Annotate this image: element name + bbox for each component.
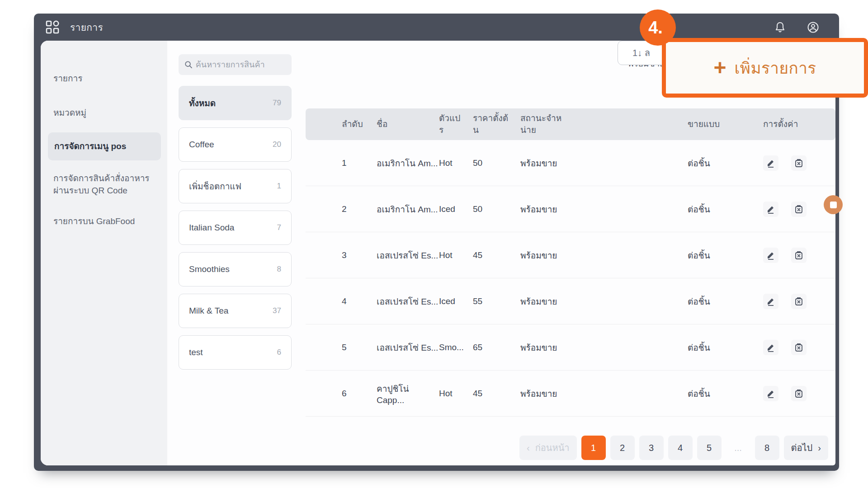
- category-label: Coffee: [189, 140, 214, 150]
- cell-ordinal: 2: [306, 204, 377, 214]
- header-sale-status: สถานะจำหน่าย: [520, 113, 688, 136]
- sidebar-item-qr-order[interactable]: การจัดการสินค้าสั่งอาหารผ่านระบบ QR Code: [53, 172, 158, 197]
- header-settings: การตั้งค่า: [763, 118, 835, 130]
- header-name: ชื่อ: [377, 118, 439, 130]
- cell-price: 45: [473, 250, 520, 260]
- cell-variant: Iced: [439, 296, 473, 306]
- category-count: 7: [277, 223, 281, 232]
- step-badge: 4.: [640, 9, 676, 46]
- sidebar-item-grabfood[interactable]: รายการบน GrabFood: [53, 215, 158, 228]
- pagination-page-3[interactable]: 3: [639, 436, 664, 460]
- floating-handle[interactable]: [824, 195, 843, 214]
- search-input[interactable]: [196, 60, 286, 70]
- cell-variant: Hot: [439, 158, 473, 168]
- category-count: 1: [277, 182, 281, 191]
- category-card-italian-soda[interactable]: Italian Soda 7: [179, 211, 292, 245]
- products-table: ลำดับ ชื่อ ตัวแปร ราคาตั้งต้น สถานะจำหน่…: [306, 108, 835, 417]
- cell-sale-type: ต่อชิ้น: [688, 249, 763, 262]
- cell-status: พร้อมขาย: [520, 295, 688, 308]
- cell-ordinal: 3: [306, 250, 377, 260]
- pagination: ‹ ก่อนหน้า 1 2 3 4 5 ... 8 ต่อไป ›: [519, 436, 828, 460]
- cell-variant: Hot: [439, 250, 473, 260]
- category-label: เพิ่มช็อตกาแฟ: [189, 179, 241, 193]
- category-card-coffee[interactable]: Coffee 20: [179, 127, 292, 162]
- pagination-ellipsis: ...: [726, 436, 750, 460]
- plus-icon: +: [713, 57, 726, 79]
- edit-button[interactable]: [763, 294, 778, 309]
- cell-sale-type: ต่อชิ้น: [688, 156, 763, 170]
- cell-name: เอสเปรสโซ่ Es...: [377, 249, 439, 262]
- category-card-all[interactable]: ทั้งหมด 79: [179, 86, 292, 120]
- table-row: 6 คาปูชิโน่ Capp... Hot 45 พร้อมขาย ต่อช…: [306, 371, 835, 417]
- chevron-right-icon: ›: [818, 443, 821, 453]
- add-item-button[interactable]: เพิ่มรายการ: [734, 56, 816, 80]
- cell-sale-type: ต่อชิ้น: [688, 202, 763, 216]
- delete-button[interactable]: [791, 340, 807, 355]
- pagination-page-8[interactable]: 8: [755, 436, 779, 460]
- table-row: 1 อเมริกาโน Am... Hot 50 พร้อมขาย ต่อชิ้…: [306, 140, 835, 186]
- edit-button[interactable]: [763, 202, 778, 217]
- search-box: [179, 54, 292, 75]
- category-label: Milk & Tea: [189, 306, 228, 316]
- edit-button[interactable]: [763, 248, 778, 263]
- sidebar-item-categories[interactable]: หมวดหมู่: [53, 107, 158, 119]
- cell-ordinal: 4: [306, 296, 377, 306]
- delete-button[interactable]: [791, 155, 807, 171]
- search-icon: [184, 60, 193, 69]
- cell-name: คาปูชิโน่ Capp...: [377, 382, 439, 405]
- delete-button[interactable]: [791, 386, 807, 401]
- sidebar-item-items[interactable]: รายการ: [53, 72, 158, 85]
- category-card-test[interactable]: test 6: [179, 335, 292, 370]
- table-header-row: ลำดับ ชื่อ ตัวแปร ราคาตั้งต้น สถานะจำหน่…: [306, 108, 835, 140]
- content-area: รายการ หมวดหมู่ การจัดการเมนู pos การจัด…: [41, 41, 835, 465]
- edit-button[interactable]: [763, 155, 778, 171]
- cell-status: พร้อมขาย: [520, 249, 688, 262]
- edit-button[interactable]: [763, 386, 778, 401]
- topbar: รายการ: [34, 14, 839, 41]
- category-count: 20: [273, 140, 281, 149]
- category-count: 6: [277, 348, 281, 357]
- cell-name: เอสเปรสโซ่ Es...: [377, 341, 439, 354]
- pagination-page-2[interactable]: 2: [610, 436, 635, 460]
- profile-icon[interactable]: [807, 21, 819, 33]
- cell-name: อเมริกาโน Am...: [377, 156, 439, 170]
- table-row: 5 เอสเปรสโซ่ Es... Smo... 65 พร้อมขาย ต่…: [306, 324, 835, 371]
- category-card-extra-shot[interactable]: เพิ่มช็อตกาแฟ 1: [179, 169, 292, 203]
- header-sale-type: ขายแบบ: [688, 118, 763, 130]
- cell-price: 50: [473, 158, 520, 168]
- floating-handle-square: [830, 202, 837, 208]
- sidebar-item-pos-menu[interactable]: การจัดการเมนู pos: [48, 132, 161, 160]
- edit-button[interactable]: [763, 340, 778, 355]
- category-count: 8: [277, 265, 281, 274]
- table-row: 4 เอสเปรสโซ่ Es... Iced 55 พร้อมขาย ต่อช…: [306, 278, 835, 324]
- cell-variant: Iced: [439, 204, 473, 214]
- cell-sale-type: ต่อชิ้น: [688, 341, 763, 354]
- table-row: 2 อเมริกาโน Am... Iced 50 พร้อมขาย ต่อชิ…: [306, 186, 835, 232]
- pagination-page-4[interactable]: 4: [668, 436, 693, 460]
- pagination-page-1[interactable]: 1: [581, 436, 606, 460]
- category-label: Italian Soda: [189, 223, 234, 233]
- cell-ordinal: 5: [306, 343, 377, 352]
- notification-bell-icon[interactable]: [774, 21, 786, 33]
- apps-grid-icon[interactable]: [46, 20, 59, 34]
- category-card-milk-tea[interactable]: Milk & Tea 37: [179, 294, 292, 328]
- category-label: ทั้งหมด: [189, 96, 216, 110]
- cell-sale-type: ต่อชิ้น: [688, 295, 763, 308]
- delete-button[interactable]: [791, 248, 807, 263]
- header-base-price: ราคาตั้งต้น: [473, 113, 520, 136]
- delete-button[interactable]: [791, 294, 807, 309]
- page-title: รายการ: [70, 20, 103, 35]
- category-card-smoothies[interactable]: Smoothies 8: [179, 252, 292, 286]
- cell-ordinal: 1: [306, 158, 377, 168]
- category-label: Smoothies: [189, 264, 230, 274]
- pagination-page-5[interactable]: 5: [697, 436, 722, 460]
- cell-status: พร้อมขาย: [520, 156, 688, 170]
- cell-variant: Hot: [439, 389, 473, 399]
- cell-price: 55: [473, 296, 520, 306]
- pagination-prev-button[interactable]: ‹ ก่อนหน้า: [519, 436, 577, 460]
- pagination-next-button[interactable]: ต่อไป ›: [784, 436, 828, 460]
- cell-name: อเมริกาโน Am...: [377, 202, 439, 216]
- delete-button[interactable]: [791, 202, 807, 217]
- table-row: 3 เอสเปรสโซ่ Es... Hot 45 พร้อมขาย ต่อชิ…: [306, 232, 835, 278]
- cell-ordinal: 6: [306, 389, 377, 399]
